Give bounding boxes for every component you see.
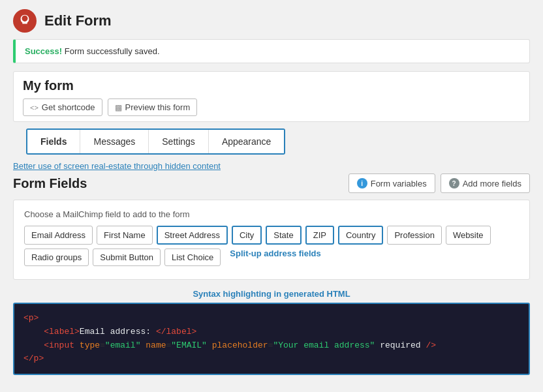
tab-appearance[interactable]: Appearance xyxy=(209,130,285,153)
field-btn-radio-groups[interactable]: Radio groups xyxy=(24,249,89,266)
field-btn-email-address[interactable]: Email Address xyxy=(24,226,93,245)
main-content: Better use of screen real-estate through… xyxy=(13,161,530,375)
success-strong: Success! xyxy=(25,46,62,56)
tabs-wrapper: Fields Messages Settings Appearance xyxy=(13,128,530,155)
field-buttons-row1: Email Address First Name Street Address … xyxy=(24,226,519,245)
tab-messages[interactable]: Messages xyxy=(80,130,149,153)
question-icon: ? xyxy=(449,178,459,188)
field-btn-state[interactable]: State xyxy=(266,226,301,245)
field-btn-street-address[interactable]: Street Address xyxy=(157,226,228,245)
page-header: Edit Form xyxy=(0,0,543,39)
hidden-content-link[interactable]: Better use of screen real-estate through… xyxy=(13,161,530,171)
preview-form-button[interactable]: ▩ Preview this form xyxy=(108,98,198,116)
field-buttons-row2: Radio groups Submit Button List Choice S… xyxy=(24,249,519,266)
syntax-highlight-link[interactable]: Syntax highlighting in generated HTML xyxy=(13,289,530,299)
form-name: My form xyxy=(23,78,520,93)
code-line-2: <label>Email address: </label> xyxy=(23,325,520,339)
field-btn-list-choice[interactable]: List Choice xyxy=(164,249,221,266)
add-fields-label: Choose a MailChimp field to add to the f… xyxy=(24,209,519,219)
code-box: <p> <label>Email address: </label> <inpu… xyxy=(13,303,530,375)
code-line-3: <input type="email" name="EMAIL" placeho… xyxy=(23,339,520,353)
section-header: Form Fields i Form variables ? Add more … xyxy=(13,173,530,193)
add-fields-box: Choose a MailChimp field to add to the f… xyxy=(13,200,530,280)
code-icon: <> xyxy=(30,104,39,112)
code-line-1: <p> xyxy=(23,312,520,325)
split-address-link[interactable]: Split-up address fields xyxy=(230,249,320,266)
add-more-fields-button[interactable]: ? Add more fields xyxy=(441,173,530,193)
monitor-icon: ▩ xyxy=(115,103,122,112)
page-title: Edit Form xyxy=(44,12,112,29)
success-banner: Success! Form successfully saved. xyxy=(13,39,530,63)
field-btn-profession[interactable]: Profession xyxy=(387,226,441,245)
field-btn-submit-button[interactable]: Submit Button xyxy=(93,249,161,266)
form-fields-title: Form Fields xyxy=(13,176,87,191)
field-btn-website[interactable]: Website xyxy=(446,226,491,245)
section-actions: i Form variables ? Add more fields xyxy=(349,173,530,193)
info-icon: i xyxy=(357,178,367,188)
success-message: Form successfully saved. xyxy=(62,46,160,56)
form-actions: <> Get shortcode ▩ Preview this form xyxy=(23,98,520,116)
code-line-4: </p> xyxy=(23,352,520,366)
logo-icon xyxy=(13,9,37,33)
tabs-container: Fields Messages Settings Appearance xyxy=(26,128,285,155)
tab-settings[interactable]: Settings xyxy=(149,130,209,153)
get-shortcode-button[interactable]: <> Get shortcode xyxy=(23,98,102,116)
field-btn-city[interactable]: City xyxy=(232,226,262,245)
field-btn-first-name[interactable]: First Name xyxy=(97,226,153,245)
form-variables-button[interactable]: i Form variables xyxy=(349,173,435,193)
tab-fields[interactable]: Fields xyxy=(27,130,80,153)
form-name-section: My form <> Get shortcode ▩ Preview this … xyxy=(13,71,530,122)
field-btn-zip[interactable]: ZIP xyxy=(305,226,334,245)
field-btn-country[interactable]: Country xyxy=(338,226,384,245)
